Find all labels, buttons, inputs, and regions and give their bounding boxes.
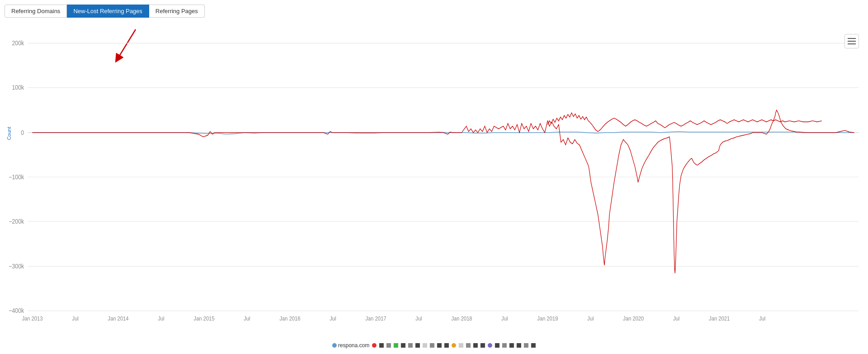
legend-item-16 <box>473 343 478 348</box>
legend-dot-red <box>372 343 377 348</box>
legend-square-17 <box>481 343 485 348</box>
legend-square-5 <box>394 343 398 348</box>
svg-text:Jan 2018: Jan 2018 <box>451 315 472 322</box>
hamburger-line-1 <box>848 38 856 39</box>
svg-text:Jan 2017: Jan 2017 <box>365 315 386 322</box>
tab-bar: Referring Domains New-Lost Referring Pag… <box>5 5 205 18</box>
svg-text:100k: 100k <box>12 84 24 91</box>
legend-square-19 <box>495 343 500 348</box>
legend-square-20 <box>502 343 507 348</box>
page-container: Referring Domains New-Lost Referring Pag… <box>0 0 868 354</box>
hamburger-line-2 <box>848 41 856 42</box>
legend-square-7 <box>408 343 413 348</box>
legend-square-16 <box>473 343 478 348</box>
legend-label-respona: respona.com <box>338 342 369 349</box>
svg-text:Jul: Jul <box>673 315 679 322</box>
legend-item-2 <box>372 343 377 348</box>
legend-item-5 <box>394 343 398 348</box>
legend-item-4 <box>387 343 391 348</box>
legend-item-9 <box>423 343 427 348</box>
svg-text:Jan 2016: Jan 2016 <box>279 315 300 322</box>
svg-text:Jan 2015: Jan 2015 <box>193 315 214 322</box>
legend-item-23 <box>524 343 528 348</box>
legend-item-12 <box>444 343 449 348</box>
svg-text:200k: 200k <box>12 39 24 47</box>
svg-text:Jan 2020: Jan 2020 <box>623 315 644 322</box>
legend-item-6 <box>401 343 406 348</box>
legend-item-19 <box>495 343 500 348</box>
legend-square-10 <box>430 343 434 348</box>
svg-text:Jan 2021: Jan 2021 <box>709 315 730 322</box>
svg-text:Jul: Jul <box>330 315 336 322</box>
chart-svg: 200k 100k 0 −100k −200k −300k −400k Jan … <box>0 27 868 327</box>
legend-square-24 <box>531 343 536 348</box>
tab-referring-pages[interactable]: Referring Pages <box>149 5 205 18</box>
legend-square-4 <box>387 343 391 348</box>
svg-text:−300k: −300k <box>9 263 24 270</box>
svg-text:Jul: Jul <box>415 315 422 322</box>
legend-item-13 <box>452 343 456 348</box>
tab-referring-domains[interactable]: Referring Domains <box>5 5 67 18</box>
legend-item-17 <box>481 343 485 348</box>
svg-text:Jul: Jul <box>244 315 250 322</box>
legend-item-10 <box>430 343 434 348</box>
legend-item-3 <box>379 343 384 348</box>
svg-text:Jan 2019: Jan 2019 <box>537 315 558 322</box>
hamburger-menu-button[interactable] <box>844 34 859 48</box>
legend-square-8 <box>415 343 420 348</box>
legend-dot-purple <box>488 343 492 348</box>
legend-item-22 <box>517 343 521 348</box>
svg-text:0: 0 <box>21 129 24 136</box>
legend-square-12 <box>444 343 449 348</box>
svg-text:Jul: Jul <box>501 315 508 322</box>
tab-new-lost-referring-pages[interactable]: New-Lost Referring Pages <box>67 5 149 18</box>
legend-item-11 <box>437 343 442 348</box>
svg-text:Jul: Jul <box>158 315 164 322</box>
chart-area: 200k 100k 0 −100k −200k −300k −400k Jan … <box>0 27 868 327</box>
legend-square-6 <box>401 343 406 348</box>
legend-square-15 <box>466 343 471 348</box>
svg-text:−400k: −400k <box>9 307 24 314</box>
svg-text:Jul: Jul <box>587 315 594 322</box>
legend-square-3 <box>379 343 384 348</box>
legend-item-14 <box>459 343 463 348</box>
svg-text:−200k: −200k <box>9 218 24 225</box>
hamburger-line-3 <box>848 43 856 44</box>
legend-square-22 <box>517 343 521 348</box>
legend-dot-star <box>452 343 456 348</box>
legend-square-14 <box>459 343 463 348</box>
svg-text:Jul: Jul <box>759 315 765 322</box>
legend-item-18 <box>488 343 492 348</box>
red-line <box>32 110 854 273</box>
chart-legend: respona.com <box>332 342 536 349</box>
legend-square-9 <box>423 343 427 348</box>
legend-item-respona: respona.com <box>332 342 369 349</box>
svg-text:Jan 2014: Jan 2014 <box>108 315 128 322</box>
legend-item-15 <box>466 343 471 348</box>
legend-item-20 <box>502 343 507 348</box>
legend-square-11 <box>437 343 442 348</box>
red-spikes-2019-2020 <box>547 113 822 131</box>
svg-text:−100k: −100k <box>9 173 24 181</box>
legend-dot-respona <box>332 343 337 348</box>
legend-item-8 <box>415 343 420 348</box>
legend-square-21 <box>509 343 514 348</box>
svg-text:Jan 2013: Jan 2013 <box>22 315 42 322</box>
legend-square-23 <box>524 343 528 348</box>
legend-item-21 <box>509 343 514 348</box>
legend-item-24 <box>531 343 536 348</box>
svg-text:Jul: Jul <box>72 315 78 322</box>
legend-item-7 <box>408 343 413 348</box>
